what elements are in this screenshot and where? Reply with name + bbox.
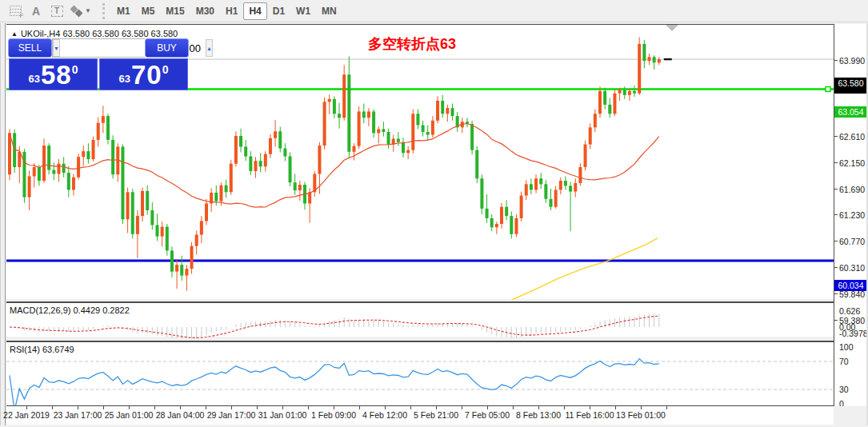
rsi-panel[interactable]: RSI(14) 63.6749 <box>6 341 834 405</box>
symbol-info: ▲UKOil-,H4 63.580 63.580 63.580 63.580 <box>11 29 178 38</box>
time-tick <box>666 406 667 409</box>
time-tick <box>538 406 539 409</box>
time-label: 25 Jan 01:00 <box>105 410 154 420</box>
sell-quote-big: 58 <box>41 63 72 87</box>
text-label-tool-icon[interactable]: T <box>46 2 67 20</box>
time-label: 23 Jan 17:00 <box>54 410 102 420</box>
buy-quote-button[interactable]: 63 70 0 <box>99 58 188 90</box>
price-tick <box>834 320 838 321</box>
buy-quote-small: 63 <box>119 73 130 85</box>
time-tick <box>308 406 309 409</box>
chart-shift-marker-icon[interactable] <box>666 25 678 31</box>
price-tick <box>834 162 838 163</box>
rsi-chart <box>6 342 834 406</box>
price-label: 62.150 <box>839 158 865 168</box>
sell-quote-sup: 0 <box>72 63 78 76</box>
timeframe-button-d1[interactable]: D1 <box>267 2 290 20</box>
price-label: 63.990 <box>839 56 865 66</box>
support-price-badge: 60.034 <box>834 280 867 291</box>
time-tick <box>410 406 411 409</box>
timeframe-button-h1[interactable]: H1 <box>220 2 243 20</box>
main-chart-panel[interactable]: ▲UKOil-,H4 63.580 63.580 63.580 63.580 多… <box>6 24 834 299</box>
time-tick <box>257 406 258 409</box>
timeframe-button-m30[interactable]: M30 <box>190 2 220 20</box>
macd-label: MACD(12,26,9) 0.4429 0.2822 <box>10 305 130 315</box>
price-label: 60.310 <box>839 263 865 273</box>
time-label: 31 Jan 01:00 <box>258 410 307 420</box>
time-label: 22 Jan 2019 <box>3 410 50 420</box>
time-label: 1 Feb 09:00 <box>311 410 356 420</box>
price-tick <box>834 293 838 294</box>
time-label: 28 Jan 04:00 <box>156 410 205 420</box>
time-tick <box>282 406 283 409</box>
price-tick <box>834 60 838 61</box>
volume-decrease-button[interactable]: ▼ <box>53 39 60 57</box>
timeframe-button-m1[interactable]: M1 <box>111 2 136 20</box>
time-tick <box>513 406 514 409</box>
axis-corner <box>834 406 866 425</box>
time-tick <box>103 406 104 409</box>
buy-quote-sup: 0 <box>162 63 169 76</box>
resistance-price-badge: 63.054 <box>834 106 867 118</box>
mt4-terminal: A T ▼ M1M5M15M30H1H4D1W1MN ▲UKOil-,H4 63… <box>0 0 868 427</box>
fibonacci-tool-icon[interactable] <box>5 2 26 20</box>
rsi-axis-label: 100 <box>839 342 854 352</box>
time-tick <box>436 406 437 409</box>
time-label: 29 Jan 17:00 <box>207 410 256 420</box>
price-label: 62.610 <box>839 132 865 142</box>
time-tick <box>129 406 130 409</box>
one-click-trading-panel: SELL ▼ ▲ BUY 63 58 0 63 70 0 <box>8 38 190 91</box>
time-label: 13 Feb 01:00 <box>616 410 666 420</box>
price-tick <box>834 189 838 190</box>
text-tool-icon[interactable]: A <box>26 2 46 20</box>
time-tick <box>334 406 334 409</box>
window-frame-left <box>0 23 6 425</box>
price-label: 60.770 <box>839 237 865 246</box>
time-label: 11 Feb 16:00 <box>565 410 614 420</box>
macd-chart <box>6 303 834 338</box>
timeframe-button-mn[interactable]: MN <box>316 2 342 20</box>
time-axis[interactable]: 22 Jan 201923 Jan 17:0025 Jan 01:0028 Ja… <box>6 405 834 425</box>
symbol-collapse-icon[interactable]: ▲ <box>11 30 18 38</box>
time-tick <box>487 406 488 409</box>
price-label: 61.230 <box>839 210 865 220</box>
timeframe-button-m5[interactable]: M5 <box>136 2 161 20</box>
timeframe-buttons: M1M5M15M30H1H4D1W1MN <box>111 2 342 20</box>
arrows-tool-icon[interactable]: ▼ <box>67 2 94 20</box>
time-tick <box>564 406 565 409</box>
volume-control: ▼ ▲ <box>52 38 145 58</box>
price-tick <box>834 267 838 268</box>
ask-price-badge <box>834 89 867 94</box>
time-tick <box>78 406 78 409</box>
sell-quote-small: 63 <box>29 73 40 85</box>
timeframe-button-w1[interactable]: W1 <box>290 2 316 20</box>
volume-increase-button[interactable]: ▲ <box>206 39 213 57</box>
chart-annotation-text: 多空转折点63 <box>368 34 456 54</box>
buy-button[interactable]: BUY <box>145 38 189 58</box>
sell-button[interactable]: SELL <box>8 38 52 58</box>
time-tick <box>615 406 616 409</box>
price-axis[interactable]: 63.99062.61062.15061.69061.23060.77060.3… <box>834 24 866 406</box>
timeframe-button-h4[interactable]: H4 <box>243 2 266 20</box>
time-tick <box>154 406 155 409</box>
time-tick <box>359 406 360 409</box>
time-tick <box>641 406 642 409</box>
timeframe-button-m15[interactable]: M15 <box>160 2 190 20</box>
time-tick <box>462 406 462 409</box>
toolbar-separator <box>102 3 106 19</box>
rsi-axis-label: 70 <box>839 357 849 366</box>
macd-panel[interactable]: MACD(12,26,9) 0.4429 0.2822 <box>6 301 834 337</box>
price-tick <box>834 214 838 215</box>
sell-quote-button[interactable]: 63 58 0 <box>9 58 98 90</box>
time-tick <box>26 406 27 409</box>
time-label: 7 Feb 05:00 <box>465 410 510 420</box>
time-tick <box>590 406 590 409</box>
time-tick <box>180 406 181 409</box>
time-tick <box>52 406 53 409</box>
time-label: 4 Feb 12:00 <box>362 410 407 420</box>
price-tick <box>834 136 838 137</box>
rsi-label: RSI(14) 63.6749 <box>10 345 74 354</box>
time-label: 5 Feb 21:00 <box>414 410 458 420</box>
chart-window: ▲UKOil-,H4 63.580 63.580 63.580 63.580 多… <box>0 23 868 425</box>
time-tick <box>231 406 232 409</box>
